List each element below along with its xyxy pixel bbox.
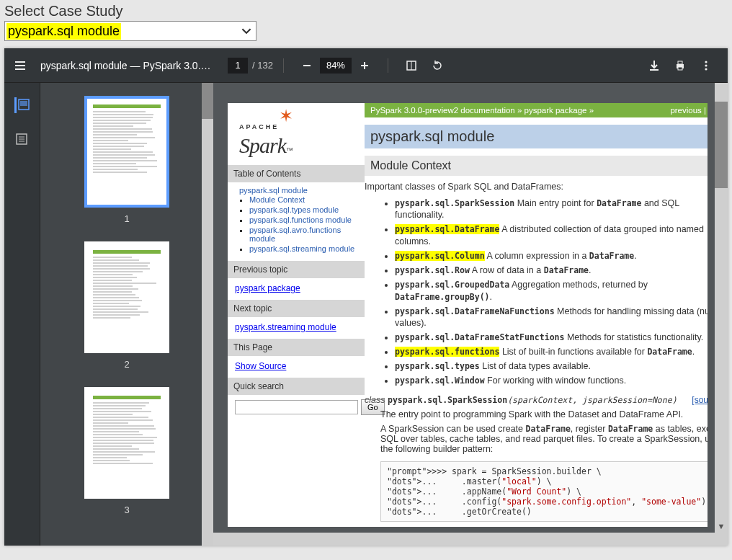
toc-body: pyspark.sql module Module Contextpyspark…: [228, 182, 365, 259]
next-topic-link[interactable]: pyspark.streaming module: [235, 322, 336, 332]
more-icon[interactable]: [699, 58, 713, 73]
thumbnail-label: 3: [124, 505, 129, 515]
toc-link[interactable]: pyspark.sql.streaming module: [249, 244, 354, 253]
doc-scrollbar-v-knob[interactable]: [715, 102, 728, 188]
quick-search-input[interactable]: [235, 400, 358, 414]
spark-logo: APACHE✶ Spark™: [228, 103, 365, 164]
api-list: pyspark.sql.SparkSession Main entry poin…: [395, 196, 708, 388]
api-item: pyspark.sql.functions List of built-in f…: [395, 345, 708, 360]
rotate-icon[interactable]: [430, 58, 445, 73]
api-item: pyspark.sql.GroupedData Aggregation meth…: [395, 277, 708, 304]
this-page-header: This Page: [228, 339, 365, 356]
toc-link[interactable]: Module Context: [249, 195, 305, 204]
toc-link[interactable]: pyspark.sql.functions module: [249, 215, 352, 224]
svg-point-5: [705, 64, 707, 66]
toc-root-link[interactable]: pyspark.sql module: [239, 186, 308, 195]
prev-topic-header: Previous topic: [228, 261, 365, 278]
thumbnail[interactable]: [84, 241, 169, 353]
toc-link[interactable]: pyspark.sql.avro.functions module: [249, 226, 341, 243]
thumbnail[interactable]: [84, 96, 169, 208]
fit-page-icon[interactable]: [404, 58, 419, 73]
print-icon[interactable]: [673, 58, 687, 73]
api-item: pyspark.sql.DataFrame A distributed coll…: [395, 223, 708, 249]
class-body: A SparkSession can be used create DataFr…: [380, 424, 708, 454]
next-topic-header: Next topic: [228, 300, 365, 317]
thumbnail-label: 2: [124, 359, 129, 370]
thumbnail-label: 1: [124, 213, 129, 224]
zoom-in-button[interactable]: [357, 58, 372, 73]
scroll-down-arrow[interactable]: ▼: [715, 520, 728, 533]
thumbnail-panel: 123: [40, 83, 213, 546]
download-icon[interactable]: [647, 58, 661, 73]
svg-rect-2: [678, 61, 682, 64]
api-item: pyspark.sql.Row A row of data in a DataF…: [395, 263, 708, 277]
doc-main: PySpark 3.0.0-preview2 documentation » p…: [365, 103, 708, 527]
breadcrumb: PySpark 3.0.0-preview2 documentation » p…: [365, 103, 708, 117]
api-item: pyspark.sql.SparkSession Main entry poin…: [395, 196, 708, 223]
svg-point-6: [705, 68, 707, 70]
logo-apache: APACHE: [239, 123, 279, 130]
document-area: ▲ ▼ APACHE✶ Spark™ Table of Contents pys…: [213, 83, 728, 546]
case-study-select[interactable]: pyspark.sql module: [4, 21, 256, 41]
svg-point-4: [705, 61, 707, 63]
zoom-out-button[interactable]: [300, 58, 314, 73]
select-value: pyspark.sql module: [6, 23, 121, 40]
doc-sidebar: APACHE✶ Spark™ Table of Contents pyspark…: [228, 103, 365, 527]
thumb-scrollbar-knob[interactable]: [202, 83, 213, 119]
pdf-viewer: pyspark.sql module — PySpark 3.0.0-... /…: [4, 48, 728, 546]
section-title: Module Context: [365, 156, 708, 176]
zoom-level[interactable]: 84%: [320, 58, 352, 74]
thumbnails-icon[interactable]: [14, 97, 30, 113]
show-source-link[interactable]: Show Source: [235, 361, 286, 371]
api-item: pyspark.sql.DataFrameNaFunctions Methods…: [395, 304, 708, 331]
menu-icon[interactable]: [13, 58, 27, 73]
intro-text: Important classes of Spark SQL and DataF…: [365, 182, 708, 192]
api-item: pyspark.sql.DataFrameStatFunctions Metho…: [395, 331, 708, 345]
page-content: APACHE✶ Spark™ Table of Contents pyspark…: [228, 103, 708, 527]
thumb-scrollbar[interactable]: [202, 83, 213, 546]
api-item: pyspark.sql.types List of data types ava…: [395, 360, 708, 374]
page-number-input[interactable]: [228, 58, 248, 74]
code-example: "prompt">>>> spark = SparkSession.builde…: [380, 461, 708, 522]
api-item: pyspark.sql.Window For working with wind…: [395, 373, 708, 388]
svg-rect-3: [678, 67, 682, 70]
class-desc: The entry point to programming Spark wit…: [380, 409, 708, 419]
toc-link[interactable]: pyspark.sql.types module: [249, 205, 339, 214]
outline-icon[interactable]: [14, 132, 30, 148]
chevron-down-icon: [241, 26, 251, 36]
thumbnail[interactable]: [84, 387, 169, 499]
api-item: pyspark.sql.Column A column expression i…: [395, 249, 708, 264]
prev-topic-link[interactable]: pyspark package: [235, 283, 300, 293]
breadcrumb-prev[interactable]: previous: [670, 106, 701, 115]
page-total: / 132: [252, 60, 273, 71]
document-title: pyspark.sql module — PySpark 3.0.0-...: [40, 60, 213, 71]
toc-header: Table of Contents: [228, 165, 365, 182]
class-signature: class pyspark.sql.SparkSession(sparkCont…: [365, 395, 708, 405]
form-label: Select Case Study: [4, 3, 728, 19]
page-title: pyspark.sql module: [365, 125, 708, 148]
viewer-left-rail: [4, 83, 40, 546]
svg-rect-8: [20, 101, 27, 106]
quick-search-header: Quick search: [228, 378, 365, 395]
breadcrumb-path: PySpark 3.0.0-preview2 documentation » p…: [370, 106, 594, 115]
logo-name: Spark: [239, 133, 286, 157]
source-link[interactable]: [source]: [692, 395, 708, 405]
viewer-toolbar: pyspark.sql module — PySpark 3.0.0-... /…: [4, 48, 728, 83]
doc-scrollbar-h[interactable]: [213, 533, 715, 546]
